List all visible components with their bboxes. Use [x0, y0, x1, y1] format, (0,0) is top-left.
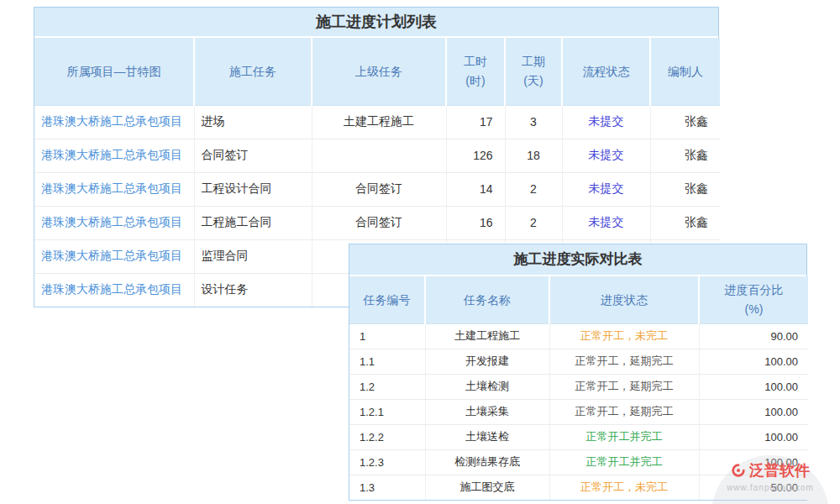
task-id-cell: 1.1 — [349, 349, 425, 374]
compare-table-row: 1.2.2土壤送检正常开工并完工100.00 — [349, 424, 808, 449]
task-id-cell: 1.2 — [349, 374, 425, 399]
watermark-url: www.fanpusoft.com — [709, 483, 832, 492]
construction-task-cell: 设计任务 — [194, 273, 312, 307]
task-id-cell: 1.2.3 — [349, 449, 425, 475]
author-cell: 张鑫 — [650, 139, 720, 172]
duration-days-cell: 2 — [505, 172, 562, 206]
plan-column-header: 工期 (天) — [505, 38, 562, 105]
flow-status-cell: 未提交 — [562, 172, 650, 206]
flow-status-cell: 未提交 — [562, 139, 650, 172]
duration-days-cell: 18 — [505, 139, 562, 172]
parent-task-cell: 土建工程施工 — [312, 105, 446, 139]
task-name-cell: 检测结果存底 — [425, 449, 549, 475]
task-name-cell: 土建工程施工 — [425, 323, 549, 349]
task-name-cell: 土壤检测 — [425, 374, 549, 399]
fanpu-logo-icon — [731, 463, 746, 478]
task-id-cell: 1.3 — [349, 475, 425, 500]
construction-task-cell: 工程设计合同 — [194, 172, 312, 206]
plan-column-header: 流程状态 — [562, 38, 650, 105]
progress-percent-cell: 90.00 — [699, 323, 808, 349]
progress-status-cell: 正常开工，延期完工 — [549, 374, 699, 399]
work-hours-cell: 14 — [446, 172, 505, 206]
plan-column-header: 编制人 — [650, 38, 720, 105]
progress-status-cell: 正常开工并完工 — [549, 424, 699, 449]
project-gantt-link[interactable]: 港珠澳大桥施工总承包项目 — [34, 239, 194, 273]
task-name-cell: 土壤送检 — [425, 424, 549, 449]
progress-status-cell: 正常开工，未完工 — [549, 475, 699, 500]
plan-column-header: 所属项目—甘特图 — [34, 38, 194, 105]
task-id-cell: 1 — [349, 323, 425, 349]
task-id-cell: 1.2.2 — [349, 424, 425, 449]
compare-column-header: 进度百分比 (%) — [699, 276, 808, 323]
project-gantt-link[interactable]: 港珠澳大桥施工总承包项目 — [34, 105, 194, 139]
parent-task-cell — [312, 139, 446, 172]
plan-table-row: 港珠澳大桥施工总承包项目合同签订12618未提交张鑫 — [34, 139, 720, 172]
progress-percent-cell: 100.00 — [699, 424, 808, 449]
parent-task-cell: 合同签订 — [312, 206, 446, 239]
plan-column-header: 上级任务 — [312, 38, 446, 105]
compare-table-title: 施工进度实际对比表 — [349, 244, 806, 276]
progress-status-cell: 正常开工，未完工 — [549, 323, 699, 349]
plan-table-row: 港珠澳大桥施工总承包项目工程施工合同合同签订162未提交张鑫 — [34, 206, 720, 239]
construction-task-cell: 合同签订 — [194, 139, 312, 172]
watermark-brand-text: 泛普软件 — [749, 460, 810, 480]
task-name-cell: 施工图交底 — [425, 475, 549, 500]
plan-header-row: 所属项目—甘特图施工任务上级任务工时 (时)工期 (天)流程状态编制人 — [34, 38, 720, 105]
parent-task-cell: 合同签订 — [312, 172, 446, 206]
project-gantt-link[interactable]: 港珠澳大桥施工总承包项目 — [34, 206, 194, 239]
compare-table-row: 1土建工程施工正常开工，未完工90.00 — [349, 323, 808, 349]
author-cell: 张鑫 — [650, 105, 720, 139]
plan-table-row: 港珠澳大桥施工总承包项目工程设计合同合同签订142未提交张鑫 — [34, 172, 720, 206]
plan-column-header: 施工任务 — [194, 38, 312, 105]
task-name-cell: 土壤采集 — [425, 399, 549, 424]
compare-table-row: 1.2.1土壤采集正常开工，延期完工100.00 — [349, 399, 808, 424]
construction-task-cell: 进场 — [194, 105, 312, 139]
progress-status-cell: 正常开工，延期完工 — [549, 399, 699, 424]
watermark: 泛普软件 www.fanpusoft.com — [709, 449, 832, 502]
progress-status-cell: 正常开工，延期完工 — [549, 349, 699, 374]
project-gantt-link[interactable]: 港珠澳大桥施工总承包项目 — [34, 139, 194, 172]
progress-percent-cell: 100.00 — [699, 349, 808, 374]
flow-status-cell: 未提交 — [562, 105, 650, 139]
task-id-cell: 1.2.1 — [349, 399, 425, 424]
compare-column-header: 进度状态 — [549, 276, 699, 323]
progress-percent-cell: 100.00 — [699, 399, 808, 424]
plan-column-header: 工时 (时) — [446, 38, 505, 105]
construction-task-cell: 工程施工合同 — [194, 206, 312, 239]
compare-column-header: 任务编号 — [349, 276, 425, 323]
compare-column-header: 任务名称 — [425, 276, 549, 323]
duration-days-cell: 3 — [505, 105, 562, 139]
project-gantt-link[interactable]: 港珠澳大桥施工总承包项目 — [34, 273, 194, 307]
progress-percent-cell: 100.00 — [699, 374, 808, 399]
plan-table-title: 施工进度计划列表 — [34, 8, 718, 38]
work-hours-cell: 126 — [446, 139, 505, 172]
progress-status-cell: 正常开工并完工 — [549, 449, 699, 475]
work-hours-cell: 17 — [446, 105, 505, 139]
compare-table-row: 1.1开发报建正常开工，延期完工100.00 — [349, 349, 808, 374]
compare-header-row: 任务编号任务名称进度状态进度百分比 (%) — [349, 276, 808, 323]
flow-status-cell: 未提交 — [562, 206, 650, 239]
task-name-cell: 开发报建 — [425, 349, 549, 374]
plan-table-row: 港珠澳大桥施工总承包项目进场土建工程施工173未提交张鑫 — [34, 105, 720, 139]
project-gantt-link[interactable]: 港珠澳大桥施工总承包项目 — [34, 172, 194, 206]
author-cell: 张鑫 — [650, 172, 720, 206]
author-cell: 张鑫 — [650, 206, 720, 239]
work-hours-cell: 16 — [446, 206, 505, 239]
duration-days-cell: 2 — [505, 206, 562, 239]
compare-table-row: 1.2土壤检测正常开工，延期完工100.00 — [349, 374, 808, 399]
watermark-brand-line: 泛普软件 — [709, 460, 832, 480]
construction-task-cell: 监理合同 — [194, 239, 312, 273]
